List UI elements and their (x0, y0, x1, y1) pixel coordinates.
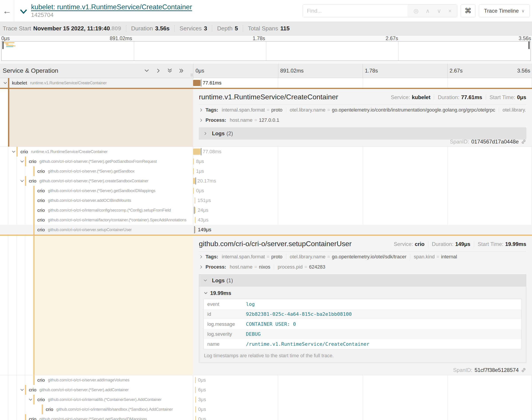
span-name-column[interactable]: kubeletruntime.v1.RuntimeService/CreateC… (0, 78, 193, 88)
keyboard-shortcuts-button[interactable]: ⌘ (461, 4, 475, 17)
span-duration-bar[interactable] (195, 387, 196, 393)
tags-row[interactable]: Tags:internal.span.format=protootel.libr… (199, 252, 526, 262)
span-row[interactable]: criogithub.com/cri-o/cri-o/internal/conf… (0, 205, 532, 215)
process-row[interactable]: Process:host.name=nixosprocess.pid=62428… (199, 262, 526, 272)
span-row[interactable]: criogithub.com/cri-o/cri-o/server.(*Serv… (0, 414, 532, 420)
collapse-toggle-icon[interactable] (19, 179, 25, 183)
span-row[interactable]: kubeletruntime.v1.RuntimeService/CreateC… (0, 78, 532, 88)
span-row[interactable]: criogithub.com/cri-o/cri-o/server.(*Serv… (0, 157, 532, 166)
span-detail-title: runtime.v1.RuntimeService/CreateContaine… (199, 93, 338, 101)
span-timeline-cell[interactable]: 149μs (193, 225, 532, 235)
copy-link-icon[interactable] (521, 139, 526, 144)
collapse-toggle-icon[interactable] (19, 159, 25, 164)
log-entry-time: 19.99ms (210, 290, 231, 296)
span-timeline-cell[interactable]: 77.08ms (193, 147, 532, 157)
logs-header[interactable]: Logs(2) (199, 128, 526, 139)
span-timeline-cell[interactable]: 20.17ms (193, 176, 532, 186)
span-boundary-tick (196, 177, 196, 184)
span-name-column[interactable]: criogithub.com/cri-o/cri-o/server.(*Serv… (0, 166, 193, 176)
span-timeline-cell[interactable]: 6μs (193, 385, 532, 395)
log-entry-header[interactable]: 19.99ms (203, 286, 522, 299)
span-timeline-cell[interactable]: 0μs (193, 186, 532, 195)
span-row[interactable]: criogithub.com/cri-o/cri-o/internal/lib/… (0, 405, 532, 414)
collapse-toggle-icon[interactable] (28, 397, 33, 402)
span-duration-bar[interactable] (193, 178, 195, 184)
span-row[interactable]: criogithub.com/cri-o/cri-o/server.(*Serv… (0, 166, 532, 176)
span-row[interactable]: criogithub.com/cri-o/cri-o/internal/lib.… (0, 395, 532, 405)
back-button[interactable]: ← (0, 0, 14, 21)
chevron-up-icon[interactable]: ∧ (426, 8, 430, 14)
span-name-column[interactable]: criogithub.com/cri-o/cri-o/server.(*Serv… (0, 414, 193, 420)
span-duration-bar[interactable] (193, 158, 194, 165)
find-group: ◎ ∧ ∨ × (303, 4, 457, 17)
span-duration-bar[interactable] (195, 197, 195, 204)
span-duration-bar[interactable] (193, 80, 200, 86)
minimap-canvas[interactable] (1, 41, 531, 61)
process-row[interactable]: Process:host.name=127.0.0.1 (199, 115, 526, 125)
span-name-column[interactable]: criogithub.com/cri-o/cri-o/server.(*Serv… (0, 186, 193, 195)
collapse-toggle-icon[interactable] (19, 388, 25, 392)
span-name-column[interactable]: criogithub.com/cri-o/cri-o/server.(*Serv… (0, 176, 193, 186)
span-duration-bar[interactable] (193, 188, 194, 194)
span-timeline-cell[interactable]: 43μs (193, 215, 532, 225)
span-row[interactable]: criogithub.com/cri-o/cri-o/internal/fact… (0, 215, 532, 225)
span-row[interactable]: criogithub.com/cri-o/cri-o/server.addOCI… (0, 195, 532, 205)
collapse-toggle-icon[interactable] (2, 81, 8, 85)
chevron-down-icon[interactable]: ∨ (437, 8, 441, 14)
find-input[interactable] (303, 5, 408, 17)
span-timeline-cell[interactable]: 0μs (193, 375, 532, 385)
span-duration-bar[interactable] (193, 168, 194, 174)
copy-link-icon[interactable] (521, 367, 526, 373)
collapse-one-icon[interactable] (144, 68, 150, 74)
scrubber-handle-right[interactable] (529, 42, 530, 49)
collapse-toggle-icon[interactable] (11, 150, 16, 154)
logs-header[interactable]: Logs(1) (199, 274, 526, 286)
span-name-column[interactable]: criogithub.com/cri-o/cri-o/internal/lib/… (0, 405, 193, 414)
span-duration-bar[interactable] (195, 207, 196, 213)
span-name-column[interactable]: criogithub.com/cri-o/cri-o/server.(*Serv… (0, 385, 193, 395)
scope-icon[interactable]: ◎ (413, 8, 419, 14)
span-timeline-cell[interactable]: 151μs (193, 195, 532, 205)
span-row[interactable]: criogithub.com/cri-o/cri-o/server.(*Serv… (0, 176, 532, 186)
span-id-footer: SpanID:51cf7f38e5128574 (453, 367, 526, 373)
span-timeline-cell[interactable]: 24μs (193, 205, 532, 215)
span-row[interactable]: criogithub.com/cri-o/cri-o/server.(*Serv… (0, 186, 532, 195)
span-duration-bar[interactable] (195, 217, 196, 223)
scrubber-handle-left[interactable] (2, 42, 3, 49)
span-name-column[interactable]: crioruntime.v1.RuntimeService/CreateCont… (0, 147, 193, 157)
expand-all-icon[interactable] (178, 68, 184, 74)
span-row[interactable]: criogithub.com/cri-o/cri-o/server.addIma… (0, 375, 532, 385)
span-timeline-cell[interactable]: 0μs (193, 414, 532, 420)
span-duration-bar[interactable] (195, 227, 196, 233)
expand-one-icon[interactable] (155, 68, 161, 74)
span-name-column[interactable]: criogithub.com/cri-o/cri-o/internal/lib.… (0, 395, 193, 405)
span-detail-title: github.com/cri-o/cri-o/server.setupConta… (199, 240, 352, 248)
trace-collapse-chevron-icon[interactable] (19, 9, 28, 15)
span-duration-bar[interactable] (195, 377, 196, 383)
span-name-column[interactable]: criogithub.com/cri-o/cri-o/server.(*Serv… (0, 157, 193, 166)
span-name-column[interactable]: criogithub.com/cri-o/cri-o/server.addIma… (0, 375, 193, 385)
span-duration-bar[interactable] (193, 149, 200, 155)
trace-title-link[interactable]: kubelet: runtime.v1.RuntimeService/Creat… (31, 3, 192, 11)
clear-icon[interactable]: × (448, 8, 452, 14)
span-timeline-cell[interactable]: 1μs (193, 166, 532, 176)
span-duration-bar[interactable] (195, 406, 196, 412)
span-duration-bar[interactable] (195, 416, 196, 420)
span-row[interactable]: criogithub.com/cri-o/cri-o/server.(*Serv… (0, 385, 532, 395)
span-row[interactable]: criogithub.com/cri-o/cri-o/server.setupC… (0, 225, 532, 235)
span-timeline-cell[interactable]: 3μs (193, 395, 532, 405)
span-duration-bar[interactable] (195, 396, 196, 403)
span-name-column[interactable]: criogithub.com/cri-o/cri-o/internal/fact… (0, 215, 193, 225)
span-row[interactable]: crioruntime.v1.RuntimeService/CreateCont… (0, 147, 532, 157)
log-field-key: event (204, 301, 246, 307)
span-name-column[interactable]: criogithub.com/cri-o/cri-o/internal/conf… (0, 205, 193, 215)
collapse-all-icon[interactable] (167, 68, 173, 74)
span-timeline-cell[interactable]: 77.61ms (193, 78, 532, 88)
span-name-column[interactable]: criogithub.com/cri-o/cri-o/server.addOCI… (0, 195, 193, 205)
column-resizer-handle[interactable] (191, 73, 192, 76)
span-timeline-cell[interactable]: 8μs (193, 157, 532, 166)
tags-row[interactable]: Tags:internal.span.format=protootel.libr… (199, 105, 526, 115)
span-timeline-cell[interactable]: 0μs (193, 405, 532, 414)
view-selector-button[interactable]: Trace Timeline ∨ (479, 4, 530, 17)
span-name-column[interactable]: criogithub.com/cri-o/cri-o/server.setupC… (0, 225, 193, 235)
